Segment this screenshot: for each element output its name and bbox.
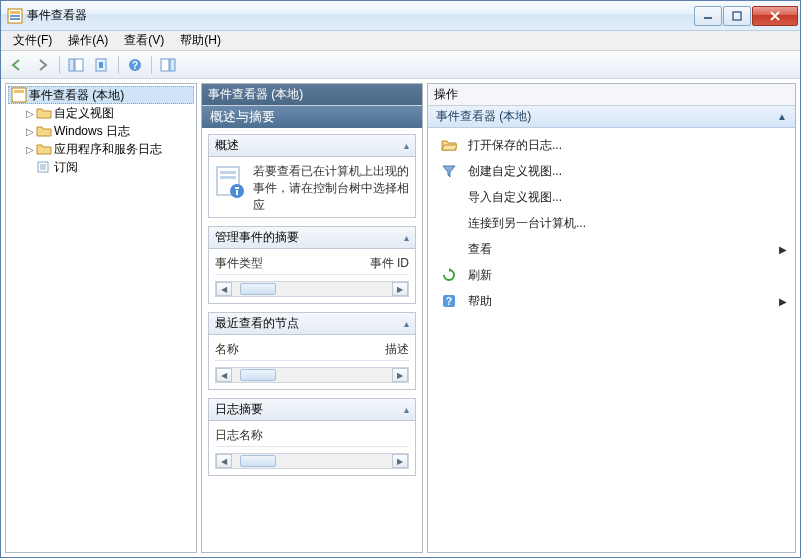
actions-subheader[interactable]: 事件查看器 (本地) ▲ (428, 106, 795, 128)
action-label: 创建自定义视图... (468, 163, 562, 180)
filter-icon (440, 163, 458, 179)
scroll-right-icon[interactable]: ▶ (392, 454, 408, 468)
svg-text:?: ? (446, 296, 452, 307)
tree-item-label: 订阅 (54, 159, 78, 176)
tree-item-windows-logs[interactable]: ▷ Windows 日志 (8, 122, 194, 140)
action-view[interactable]: 查看 ▶ (428, 236, 795, 262)
tree-item-subscriptions[interactable]: 订阅 (8, 158, 194, 176)
expand-icon[interactable]: ▷ (24, 108, 36, 119)
action-create-custom-view[interactable]: 创建自定义视图... (428, 158, 795, 184)
tree-item-label: 自定义视图 (54, 105, 114, 122)
svg-text:?: ? (132, 60, 138, 71)
menu-help[interactable]: 帮助(H) (172, 30, 229, 51)
col-log-name[interactable]: 日志名称 (215, 427, 402, 444)
tree-item-custom-views[interactable]: ▷ 自定义视图 (8, 104, 194, 122)
toolbar-separator (118, 56, 119, 74)
submenu-arrow-icon: ▶ (779, 244, 787, 255)
section-overview-label: 概述 (215, 137, 239, 154)
svg-rect-3 (10, 18, 20, 20)
svg-rect-9 (99, 62, 103, 68)
actions-header-label: 操作 (434, 86, 458, 103)
action-connect-computer[interactable]: 连接到另一台计算机... (428, 210, 795, 236)
toolbar-separator (59, 56, 60, 74)
maximize-button[interactable] (723, 6, 751, 26)
section-summary: 管理事件的摘要 ▴ 事件类型 事件 ID ◀ (208, 226, 416, 304)
toolbar-separator (151, 56, 152, 74)
show-hide-tree-button[interactable] (64, 54, 88, 76)
svg-rect-12 (161, 59, 169, 71)
tree-pane: 事件查看器 (本地) ▷ 自定义视图 ▷ Windows 日志 ▷ 应用程序和服… (5, 83, 197, 553)
overview-text: 若要查看已在计算机上出现的事件，请在控制台树中选择相应 (253, 163, 409, 211)
collapse-icon[interactable]: ▴ (404, 232, 409, 243)
expand-icon[interactable]: ▷ (24, 144, 36, 155)
nav-tree: 事件查看器 (本地) ▷ 自定义视图 ▷ Windows 日志 ▷ 应用程序和服… (6, 84, 196, 178)
col-name[interactable]: 名称 (215, 341, 381, 358)
section-overview-header[interactable]: 概述 ▴ (209, 135, 415, 157)
expand-icon[interactable]: ▷ (24, 126, 36, 137)
tree-item-label: Windows 日志 (54, 123, 130, 140)
svg-rect-6 (69, 59, 74, 71)
action-help[interactable]: ? 帮助 ▶ (428, 288, 795, 314)
col-event-id[interactable]: 事件 ID (370, 255, 409, 272)
action-label: 帮助 (468, 293, 492, 310)
section-recent: 最近查看的节点 ▴ 名称 描述 ◀ (208, 312, 416, 390)
col-desc[interactable]: 描述 (385, 341, 409, 358)
actions-sub-label: 事件查看器 (本地) (436, 108, 531, 125)
menubar: 文件(F) 操作(A) 查看(V) 帮助(H) (1, 31, 800, 51)
details-body: 概述 ▴ 若要查看已在计算机上出现的事件，请在控制台树中选择相应 (202, 128, 422, 552)
subscription-icon (36, 159, 52, 175)
collapse-icon[interactable]: ▴ (404, 318, 409, 329)
scroll-left-icon[interactable]: ◀ (216, 282, 232, 296)
refresh-icon (440, 267, 458, 283)
svg-rect-13 (170, 59, 175, 71)
scroll-thumb[interactable] (240, 283, 276, 295)
menu-file[interactable]: 文件(F) (5, 30, 60, 51)
collapse-icon[interactable]: ▴ (404, 140, 409, 151)
action-label: 打开保存的日志... (468, 137, 562, 154)
menu-action[interactable]: 操作(A) (60, 30, 116, 51)
properties-button[interactable] (90, 54, 114, 76)
details-header: 事件查看器 (本地) (202, 84, 422, 106)
log-columns: 日志名称 (215, 427, 409, 447)
section-log-header[interactable]: 日志摘要 ▴ (209, 399, 415, 421)
menu-view[interactable]: 查看(V) (116, 30, 172, 51)
back-button[interactable] (5, 54, 29, 76)
overview-icon (215, 163, 247, 203)
folder-icon (36, 105, 52, 121)
section-recent-header[interactable]: 最近查看的节点 ▴ (209, 313, 415, 335)
scroll-right-icon[interactable]: ▶ (392, 282, 408, 296)
scroll-thumb[interactable] (240, 369, 276, 381)
scroll-right-icon[interactable]: ▶ (392, 368, 408, 382)
actions-pane: 操作 事件查看器 (本地) ▲ 打开保存的日志... 创建自定义视图... 导入… (427, 83, 796, 553)
submenu-arrow-icon: ▶ (779, 296, 787, 307)
hscrollbar[interactable]: ◀ ▶ (215, 367, 409, 383)
overview-title-label: 概述与摘要 (210, 108, 275, 126)
collapse-icon[interactable]: ▴ (404, 404, 409, 415)
tree-item-app-service-logs[interactable]: ▷ 应用程序和服务日志 (8, 140, 194, 158)
scroll-thumb[interactable] (240, 455, 276, 467)
hscrollbar[interactable]: ◀ ▶ (215, 453, 409, 469)
scroll-left-icon[interactable]: ◀ (216, 368, 232, 382)
show-hide-action-button[interactable] (156, 54, 180, 76)
section-summary-header[interactable]: 管理事件的摘要 ▴ (209, 227, 415, 249)
titlebar: 事件查看器 (1, 1, 800, 31)
action-import-custom-view[interactable]: 导入自定义视图... (428, 184, 795, 210)
forward-button[interactable] (31, 54, 55, 76)
minimize-button[interactable] (694, 6, 722, 26)
svg-rect-5 (733, 12, 741, 20)
action-refresh[interactable]: 刷新 (428, 262, 795, 288)
svg-rect-19 (220, 176, 236, 179)
svg-rect-22 (236, 190, 238, 195)
action-open-saved-log[interactable]: 打开保存的日志... (428, 132, 795, 158)
svg-rect-1 (10, 11, 20, 14)
help-button[interactable]: ? (123, 54, 147, 76)
svg-rect-2 (10, 15, 20, 17)
section-summary-label: 管理事件的摘要 (215, 229, 299, 246)
collapse-up-icon[interactable]: ▲ (777, 111, 787, 122)
col-event-type[interactable]: 事件类型 (215, 255, 366, 272)
tree-root[interactable]: 事件查看器 (本地) (8, 86, 194, 104)
app-window: 事件查看器 文件(F) 操作(A) 查看(V) 帮助(H) ? (0, 0, 801, 558)
close-button[interactable] (752, 6, 798, 26)
hscrollbar[interactable]: ◀ ▶ (215, 281, 409, 297)
scroll-left-icon[interactable]: ◀ (216, 454, 232, 468)
